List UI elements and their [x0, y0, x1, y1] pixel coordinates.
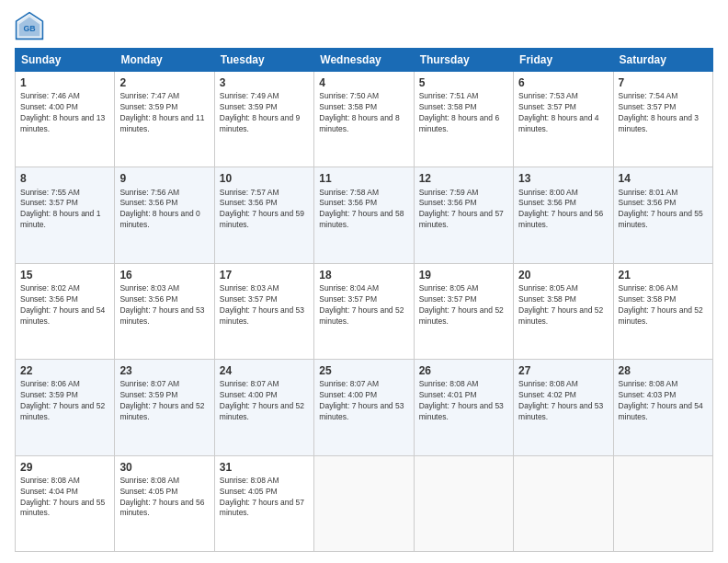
calendar-cell: 3 Sunrise: 7:49 AM Sunset: 3:59 PM Dayli… — [214, 72, 313, 167]
daylight-label: Daylight: 7 hours and 57 minutes. — [220, 498, 304, 518]
day-info: Sunrise: 8:05 AM Sunset: 3:58 PM Dayligh… — [518, 283, 608, 327]
day-number: 22 — [20, 363, 109, 378]
day-number: 10 — [220, 171, 309, 186]
header: GB — [15, 11, 713, 40]
sunset-label: Sunset: 4:00 PM — [220, 390, 278, 399]
sunset-label: Sunset: 3:56 PM — [319, 198, 377, 207]
sunset-label: Sunset: 3:57 PM — [619, 102, 677, 111]
day-number: 28 — [619, 363, 708, 378]
day-number: 2 — [119, 75, 209, 90]
sunset-label: Sunset: 3:56 PM — [119, 294, 177, 304]
calendar-cell: 1 Sunrise: 7:46 AM Sunset: 4:00 PM Dayli… — [16, 72, 115, 167]
sunset-label: Sunset: 4:03 PM — [619, 390, 677, 399]
calendar-cell: 31 Sunrise: 8:08 AM Sunset: 4:05 PM Dayl… — [214, 455, 313, 551]
sunrise-label: Sunrise: 8:06 AM — [619, 283, 678, 293]
day-number: 27 — [518, 363, 608, 378]
calendar-cell: 30 Sunrise: 8:08 AM Sunset: 4:05 PM Dayl… — [115, 455, 214, 551]
sunrise-label: Sunrise: 7:47 AM — [119, 91, 179, 100]
day-number: 4 — [319, 75, 408, 90]
day-info: Sunrise: 7:53 AM Sunset: 3:57 PM Dayligh… — [518, 91, 608, 135]
daylight-label: Daylight: 7 hours and 52 minutes. — [319, 305, 404, 326]
day-info: Sunrise: 7:51 AM Sunset: 3:58 PM Dayligh… — [419, 91, 508, 135]
sunset-label: Sunset: 4:05 PM — [220, 487, 278, 496]
calendar-cell: 4 Sunrise: 7:50 AM Sunset: 3:58 PM Dayli… — [314, 72, 414, 167]
sunset-label: Sunset: 3:59 PM — [220, 102, 278, 111]
day-number: 13 — [518, 171, 608, 186]
sunrise-label: Sunrise: 7:50 AM — [319, 91, 379, 100]
calendar-cell: 14 Sunrise: 8:01 AM Sunset: 3:56 PM Dayl… — [613, 167, 712, 263]
calendar-cell: 12 Sunrise: 7:59 AM Sunset: 3:56 PM Dayl… — [414, 167, 513, 263]
sunset-label: Sunset: 3:59 PM — [119, 390, 177, 399]
sunset-label: Sunset: 4:00 PM — [20, 102, 78, 111]
sunrise-label: Sunrise: 7:46 AM — [20, 91, 80, 100]
day-info: Sunrise: 7:47 AM Sunset: 3:59 PM Dayligh… — [119, 91, 209, 135]
day-info: Sunrise: 7:56 AM Sunset: 3:56 PM Dayligh… — [119, 188, 209, 232]
day-info: Sunrise: 8:08 AM Sunset: 4:02 PM Dayligh… — [518, 379, 608, 423]
weekday-header-row: SundayMondayTuesdayWednesdayThursdayFrid… — [16, 49, 713, 72]
calendar-week-5: 29 Sunrise: 8:08 AM Sunset: 4:04 PM Dayl… — [16, 455, 713, 551]
weekday-header-thursday: Thursday — [414, 49, 513, 72]
day-number: 25 — [319, 363, 408, 378]
sunrise-label: Sunrise: 8:08 AM — [518, 379, 578, 388]
sunrise-label: Sunrise: 8:05 AM — [419, 283, 479, 293]
calendar-cell: 18 Sunrise: 8:04 AM Sunset: 3:57 PM Dayl… — [314, 263, 414, 359]
calendar-cell — [514, 455, 613, 551]
day-info: Sunrise: 8:05 AM Sunset: 3:57 PM Dayligh… — [419, 283, 508, 327]
weekday-header-saturday: Saturday — [613, 49, 712, 72]
day-number: 21 — [619, 268, 708, 282]
day-info: Sunrise: 8:07 AM Sunset: 4:00 PM Dayligh… — [220, 379, 309, 423]
sunset-label: Sunset: 3:56 PM — [20, 294, 78, 304]
daylight-label: Daylight: 7 hours and 52 minutes. — [419, 305, 504, 326]
day-info: Sunrise: 8:06 AM Sunset: 3:58 PM Dayligh… — [619, 283, 708, 327]
day-info: Sunrise: 7:49 AM Sunset: 3:59 PM Dayligh… — [220, 91, 309, 135]
weekday-header-friday: Friday — [514, 49, 613, 72]
daylight-label: Daylight: 8 hours and 0 minutes. — [119, 209, 199, 229]
sunrise-label: Sunrise: 7:59 AM — [419, 188, 479, 197]
daylight-label: Daylight: 7 hours and 53 minutes. — [220, 305, 304, 326]
daylight-label: Daylight: 8 hours and 8 minutes. — [319, 113, 399, 133]
day-info: Sunrise: 8:03 AM Sunset: 3:57 PM Dayligh… — [220, 283, 309, 327]
day-info: Sunrise: 8:07 AM Sunset: 3:59 PM Dayligh… — [119, 379, 209, 423]
daylight-label: Daylight: 8 hours and 3 minutes. — [619, 113, 699, 133]
daylight-label: Daylight: 8 hours and 4 minutes. — [518, 113, 598, 133]
day-number: 12 — [419, 171, 508, 186]
day-number: 1 — [20, 75, 109, 90]
calendar-cell: 29 Sunrise: 8:08 AM Sunset: 4:04 PM Dayl… — [16, 455, 115, 551]
calendar-cell: 22 Sunrise: 8:06 AM Sunset: 3:59 PM Dayl… — [16, 360, 115, 455]
day-info: Sunrise: 8:06 AM Sunset: 3:59 PM Dayligh… — [20, 379, 109, 423]
sunset-label: Sunset: 4:02 PM — [518, 390, 576, 399]
daylight-label: Daylight: 8 hours and 6 minutes. — [419, 113, 499, 133]
daylight-label: Daylight: 7 hours and 57 minutes. — [419, 209, 504, 229]
weekday-header-sunday: Sunday — [16, 49, 115, 72]
day-info: Sunrise: 8:08 AM Sunset: 4:03 PM Dayligh… — [619, 379, 708, 423]
day-number: 19 — [419, 268, 508, 282]
day-info: Sunrise: 7:58 AM Sunset: 3:56 PM Dayligh… — [319, 188, 408, 232]
day-info: Sunrise: 7:55 AM Sunset: 3:57 PM Dayligh… — [20, 188, 109, 232]
daylight-label: Daylight: 7 hours and 52 minutes. — [220, 401, 304, 421]
sunrise-label: Sunrise: 8:04 AM — [319, 283, 379, 293]
calendar-week-4: 22 Sunrise: 8:06 AM Sunset: 3:59 PM Dayl… — [16, 360, 713, 455]
daylight-label: Daylight: 8 hours and 11 minutes. — [119, 113, 204, 133]
day-number: 9 — [119, 171, 209, 186]
sunset-label: Sunset: 3:58 PM — [619, 294, 677, 304]
daylight-label: Daylight: 8 hours and 9 minutes. — [220, 113, 300, 133]
daylight-label: Daylight: 7 hours and 56 minutes. — [119, 498, 204, 518]
daylight-label: Daylight: 7 hours and 52 minutes. — [20, 401, 105, 421]
day-number: 3 — [220, 75, 309, 90]
calendar-cell: 2 Sunrise: 7:47 AM Sunset: 3:59 PM Dayli… — [115, 72, 214, 167]
day-info: Sunrise: 8:08 AM Sunset: 4:05 PM Dayligh… — [220, 476, 309, 520]
calendar-cell: 23 Sunrise: 8:07 AM Sunset: 3:59 PM Dayl… — [115, 360, 214, 455]
calendar-cell: 26 Sunrise: 8:08 AM Sunset: 4:01 PM Dayl… — [414, 360, 513, 455]
daylight-label: Daylight: 7 hours and 55 minutes. — [20, 498, 105, 518]
weekday-header-monday: Monday — [115, 49, 214, 72]
daylight-label: Daylight: 7 hours and 53 minutes. — [518, 401, 603, 421]
day-info: Sunrise: 8:02 AM Sunset: 3:56 PM Dayligh… — [20, 283, 109, 327]
sunrise-label: Sunrise: 7:56 AM — [119, 188, 179, 197]
calendar-cell: 15 Sunrise: 8:02 AM Sunset: 3:56 PM Dayl… — [16, 263, 115, 359]
calendar-cell — [613, 455, 712, 551]
day-info: Sunrise: 7:54 AM Sunset: 3:57 PM Dayligh… — [619, 91, 708, 135]
calendar-cell: 17 Sunrise: 8:03 AM Sunset: 3:57 PM Dayl… — [214, 263, 313, 359]
sunset-label: Sunset: 3:59 PM — [20, 390, 78, 399]
sunset-label: Sunset: 4:04 PM — [20, 487, 78, 496]
daylight-label: Daylight: 7 hours and 56 minutes. — [518, 209, 603, 229]
